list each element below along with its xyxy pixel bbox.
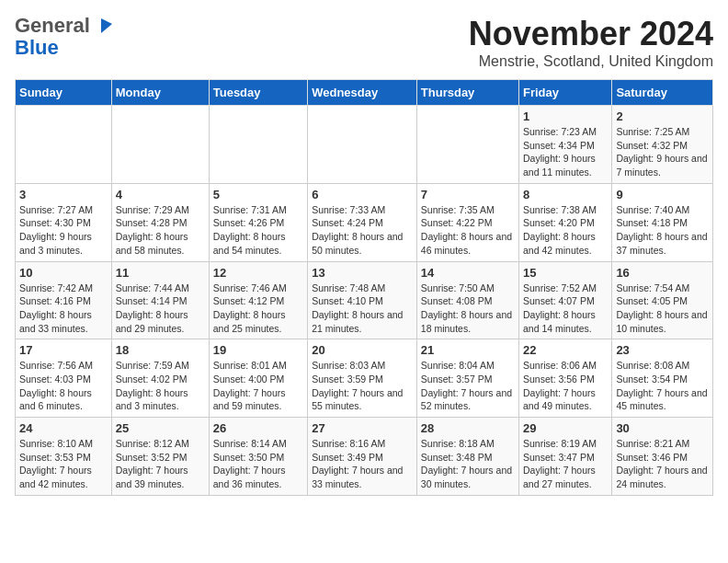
day-header-thursday: Thursday — [416, 80, 518, 106]
week-row: 24Sunrise: 8:10 AM Sunset: 3:53 PM Dayli… — [16, 418, 713, 496]
day-number: 2 — [616, 109, 709, 123]
calendar-cell: 26Sunrise: 8:14 AM Sunset: 3:50 PM Dayli… — [209, 418, 307, 496]
calendar-cell: 1Sunrise: 7:23 AM Sunset: 4:34 PM Daylig… — [519, 106, 612, 184]
day-info: Sunrise: 7:23 AM Sunset: 4:34 PM Dayligh… — [523, 125, 608, 179]
logo-general: General — [15, 14, 90, 37]
day-header-friday: Friday — [519, 80, 612, 106]
day-number: 22 — [523, 343, 608, 357]
calendar-cell — [111, 106, 209, 184]
day-info: Sunrise: 8:01 AM Sunset: 4:00 PM Dayligh… — [213, 359, 303, 413]
week-row: 10Sunrise: 7:42 AM Sunset: 4:16 PM Dayli… — [16, 261, 713, 339]
logo-icon — [94, 17, 114, 37]
day-number: 18 — [116, 343, 205, 357]
calendar-cell: 28Sunrise: 8:18 AM Sunset: 3:48 PM Dayli… — [416, 418, 518, 496]
day-number: 16 — [616, 266, 709, 280]
calendar-cell: 16Sunrise: 7:54 AM Sunset: 4:05 PM Dayli… — [612, 261, 713, 339]
day-number: 23 — [616, 343, 709, 357]
day-info: Sunrise: 7:27 AM Sunset: 4:30 PM Dayligh… — [19, 203, 108, 258]
day-header-saturday: Saturday — [612, 80, 713, 106]
day-info: Sunrise: 7:48 AM Sunset: 4:10 PM Dayligh… — [312, 282, 413, 336]
calendar-cell: 6Sunrise: 7:33 AM Sunset: 4:24 PM Daylig… — [308, 183, 417, 261]
calendar-cell: 3Sunrise: 7:27 AM Sunset: 4:30 PM Daylig… — [16, 183, 112, 261]
day-header-monday: Monday — [111, 80, 209, 106]
day-number: 26 — [213, 421, 303, 435]
calendar-cell — [209, 106, 307, 184]
day-number: 28 — [421, 421, 515, 435]
day-info: Sunrise: 7:42 AM Sunset: 4:16 PM Dayligh… — [19, 282, 108, 336]
calendar-cell: 14Sunrise: 7:50 AM Sunset: 4:08 PM Dayli… — [416, 261, 518, 339]
calendar-table: SundayMondayTuesdayWednesdayThursdayFrid… — [15, 79, 713, 496]
logo-text: General Blue — [15, 15, 90, 59]
day-info: Sunrise: 7:33 AM Sunset: 4:24 PM Dayligh… — [312, 203, 413, 258]
day-info: Sunrise: 8:08 AM Sunset: 3:54 PM Dayligh… — [616, 359, 709, 413]
calendar-cell: 15Sunrise: 7:52 AM Sunset: 4:07 PM Dayli… — [519, 261, 612, 339]
calendar-cell: 27Sunrise: 8:16 AM Sunset: 3:49 PM Dayli… — [308, 418, 417, 496]
day-info: Sunrise: 7:38 AM Sunset: 4:20 PM Dayligh… — [523, 203, 608, 258]
day-info: Sunrise: 8:04 AM Sunset: 3:57 PM Dayligh… — [421, 359, 515, 413]
calendar-cell: 10Sunrise: 7:42 AM Sunset: 4:16 PM Dayli… — [16, 261, 112, 339]
week-row: 3Sunrise: 7:27 AM Sunset: 4:30 PM Daylig… — [16, 183, 713, 261]
day-info: Sunrise: 8:14 AM Sunset: 3:50 PM Dayligh… — [213, 437, 303, 491]
day-number: 20 — [312, 343, 413, 357]
day-header-wednesday: Wednesday — [308, 80, 417, 106]
header: General Blue November 2024 Menstrie, Sco… — [15, 15, 713, 70]
calendar-cell: 8Sunrise: 7:38 AM Sunset: 4:20 PM Daylig… — [519, 183, 612, 261]
calendar-cell — [308, 106, 417, 184]
month-title: November 2024 — [469, 15, 713, 53]
day-number: 7 — [421, 188, 515, 201]
day-number: 3 — [19, 188, 108, 201]
day-header-sunday: Sunday — [16, 80, 112, 106]
day-number: 14 — [421, 266, 515, 280]
day-number: 24 — [19, 421, 108, 435]
day-number: 29 — [523, 421, 608, 435]
day-info: Sunrise: 8:18 AM Sunset: 3:48 PM Dayligh… — [421, 437, 515, 491]
day-info: Sunrise: 8:10 AM Sunset: 3:53 PM Dayligh… — [19, 437, 108, 491]
day-number: 17 — [19, 343, 108, 357]
calendar-cell: 7Sunrise: 7:35 AM Sunset: 4:22 PM Daylig… — [416, 183, 518, 261]
day-info: Sunrise: 7:40 AM Sunset: 4:18 PM Dayligh… — [616, 203, 709, 258]
day-number: 8 — [523, 188, 608, 201]
day-info: Sunrise: 7:31 AM Sunset: 4:26 PM Dayligh… — [213, 203, 303, 258]
day-info: Sunrise: 8:19 AM Sunset: 3:47 PM Dayligh… — [523, 437, 608, 491]
day-number: 6 — [312, 188, 413, 201]
calendar-cell — [416, 106, 518, 184]
day-number: 21 — [421, 343, 515, 357]
day-number: 13 — [312, 266, 413, 280]
logo: General Blue — [15, 15, 114, 59]
logo-blue: Blue — [15, 36, 59, 59]
calendar-cell: 19Sunrise: 8:01 AM Sunset: 4:00 PM Dayli… — [209, 339, 307, 418]
calendar-cell: 2Sunrise: 7:25 AM Sunset: 4:32 PM Daylig… — [612, 106, 713, 184]
day-info: Sunrise: 7:35 AM Sunset: 4:22 PM Dayligh… — [421, 203, 515, 258]
day-number: 19 — [213, 343, 303, 357]
week-row: 17Sunrise: 7:56 AM Sunset: 4:03 PM Dayli… — [16, 339, 713, 418]
day-info: Sunrise: 7:56 AM Sunset: 4:03 PM Dayligh… — [19, 359, 108, 413]
day-info: Sunrise: 8:03 AM Sunset: 3:59 PM Dayligh… — [312, 359, 413, 413]
day-number: 27 — [312, 421, 413, 435]
day-info: Sunrise: 7:54 AM Sunset: 4:05 PM Dayligh… — [616, 282, 709, 336]
day-info: Sunrise: 7:46 AM Sunset: 4:12 PM Dayligh… — [213, 282, 303, 336]
day-number: 11 — [116, 266, 205, 280]
calendar-cell: 5Sunrise: 7:31 AM Sunset: 4:26 PM Daylig… — [209, 183, 307, 261]
calendar-cell: 13Sunrise: 7:48 AM Sunset: 4:10 PM Dayli… — [308, 261, 417, 339]
calendar-cell: 22Sunrise: 8:06 AM Sunset: 3:56 PM Dayli… — [519, 339, 612, 418]
calendar-cell: 11Sunrise: 7:44 AM Sunset: 4:14 PM Dayli… — [111, 261, 209, 339]
calendar-cell: 12Sunrise: 7:46 AM Sunset: 4:12 PM Dayli… — [209, 261, 307, 339]
day-info: Sunrise: 8:21 AM Sunset: 3:46 PM Dayligh… — [616, 437, 709, 491]
day-info: Sunrise: 7:25 AM Sunset: 4:32 PM Dayligh… — [616, 125, 709, 179]
calendar-cell: 18Sunrise: 7:59 AM Sunset: 4:02 PM Dayli… — [111, 339, 209, 418]
day-info: Sunrise: 7:59 AM Sunset: 4:02 PM Dayligh… — [116, 359, 205, 413]
day-info: Sunrise: 7:50 AM Sunset: 4:08 PM Dayligh… — [421, 282, 515, 336]
svg-marker-0 — [101, 18, 112, 33]
calendar-cell — [16, 106, 112, 184]
day-number: 4 — [116, 188, 205, 201]
calendar-cell: 17Sunrise: 7:56 AM Sunset: 4:03 PM Dayli… — [16, 339, 112, 418]
calendar-cell: 29Sunrise: 8:19 AM Sunset: 3:47 PM Dayli… — [519, 418, 612, 496]
calendar-cell: 23Sunrise: 8:08 AM Sunset: 3:54 PM Dayli… — [612, 339, 713, 418]
header-row: SundayMondayTuesdayWednesdayThursdayFrid… — [16, 80, 713, 106]
day-number: 12 — [213, 266, 303, 280]
calendar-cell: 25Sunrise: 8:12 AM Sunset: 3:52 PM Dayli… — [111, 418, 209, 496]
day-number: 1 — [523, 109, 608, 123]
calendar-cell: 9Sunrise: 7:40 AM Sunset: 4:18 PM Daylig… — [612, 183, 713, 261]
day-info: Sunrise: 7:44 AM Sunset: 4:14 PM Dayligh… — [116, 282, 205, 336]
calendar-cell: 20Sunrise: 8:03 AM Sunset: 3:59 PM Dayli… — [308, 339, 417, 418]
